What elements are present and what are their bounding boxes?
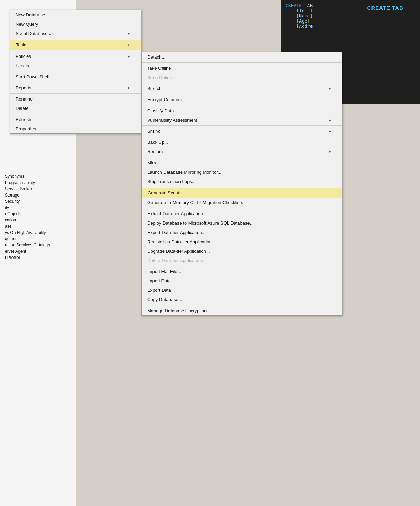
menu-item-take-offline[interactable]: Take Offline <box>142 63 342 73</box>
sidebar-item-ase[interactable]: ase <box>0 223 76 229</box>
menu-item-facets[interactable]: Facets <box>10 61 141 70</box>
sidebar-item-objects[interactable]: r Objects <box>0 211 76 217</box>
submenu-arrow-tasks: ► <box>127 43 130 47</box>
tasks-sep-2 <box>142 83 342 83</box>
menu-item-stretch[interactable]: Stretch ► <box>142 84 342 93</box>
menu-item-tasks[interactable]: Tasks ► <box>10 40 141 50</box>
menu-item-backup[interactable]: Back Up... <box>142 138 342 147</box>
menu-item-deploy-azure[interactable]: Deploy Database to Microsoft Azure SQL D… <box>142 218 342 228</box>
sidebar-item-programmability[interactable]: Programmability <box>0 180 76 186</box>
menu-item-classify-data[interactable]: Classify Data... <box>142 106 342 115</box>
submenu-arrow-policies: ► <box>127 54 131 58</box>
tasks-sep-3 <box>142 94 342 94</box>
menu-item-refresh[interactable]: Refresh <box>10 115 141 124</box>
menu-item-upgrade-datatier[interactable]: Upgrade Data-tier Application... <box>142 246 342 256</box>
menu-separator-1 <box>10 39 141 39</box>
menu-item-ship-logs[interactable]: Ship Transaction Logs... <box>142 177 342 186</box>
menu-item-mirroring-monitor[interactable]: Launch Database Mirroring Monitor... <box>142 167 342 177</box>
sidebar-item-profiler[interactable]: t Profiler <box>0 254 76 261</box>
tasks-sep-4 <box>142 105 342 105</box>
submenu-arrow: ► <box>127 32 131 35</box>
menu-item-rename[interactable]: Rename <box>10 94 141 104</box>
menu-item-export-datatier[interactable]: Export Data-tier Application... <box>142 228 342 237</box>
context-menu-tasks: Detach... Take Offline Bring Online Stre… <box>141 52 342 316</box>
menu-item-properties[interactable]: Properties <box>10 124 141 133</box>
menu-separator-5 <box>10 93 141 94</box>
menu-item-mirror[interactable]: Mirror... <box>142 158 342 167</box>
menu-item-shrink[interactable]: Shrink ► <box>142 127 342 136</box>
menu-separator-3 <box>10 71 141 71</box>
submenu-arrow-stretch: ► <box>328 87 332 90</box>
sidebar-item-synonyms[interactable]: Synonyms <box>0 173 76 180</box>
sidebar-item-cation[interactable]: cation <box>0 217 76 223</box>
menu-item-register-datatier[interactable]: Register as Data-tier Application... <box>142 237 342 246</box>
sidebar-item-ity[interactable]: ity <box>0 204 76 211</box>
submenu-arrow-restore: ► <box>328 150 332 154</box>
menu-item-generate-scripts[interactable]: Generate Scripts... <box>142 188 342 198</box>
sidebar-item-agent[interactable]: erver Agent <box>0 248 76 254</box>
menu-item-encrypt-columns[interactable]: Encrypt Columns... <box>142 95 342 104</box>
menu-item-bring-online[interactable]: Bring Online <box>142 73 342 82</box>
menu-separator-6 <box>10 114 141 114</box>
menu-item-import-flat[interactable]: Import Flat File... <box>142 267 342 276</box>
menu-separator-4 <box>10 82 141 82</box>
context-menu-primary: New Database... New Query Script Databas… <box>10 10 141 134</box>
sidebar-item-service-broker[interactable]: Service Broker <box>0 186 76 192</box>
submenu-arrow-shrink: ► <box>328 129 332 133</box>
submenu-arrow-reports: ► <box>127 86 131 90</box>
menu-item-import-data[interactable]: Import Data... <box>142 276 342 286</box>
sidebar-item-availability[interactable]: ys On High Availability <box>0 229 76 236</box>
menu-item-policies[interactable]: Policies ► <box>10 52 141 61</box>
menu-item-vulnerability-assessment[interactable]: Vulnerability Assessment ► <box>142 115 342 125</box>
menu-item-script-database[interactable]: Script Database as ► <box>10 29 141 38</box>
menu-item-manage-encryption[interactable]: Manage Database Encryption... <box>142 306 342 315</box>
menu-item-new-database[interactable]: New Database... <box>10 10 141 19</box>
menu-item-detach[interactable]: Detach... <box>142 52 342 62</box>
menu-item-delete-datatier[interactable]: Delete Data-tier Application... <box>142 256 342 265</box>
menu-item-export-data[interactable]: Export Data... <box>142 286 342 295</box>
submenu-arrow-vuln: ► <box>328 118 332 122</box>
tasks-sep-7 <box>142 157 342 157</box>
tasks-sep-5 <box>142 125 342 126</box>
tasks-sep-1 <box>142 62 342 63</box>
sidebar-item-storage[interactable]: Storage <box>0 192 76 198</box>
tasks-sep-9 <box>142 208 342 208</box>
tasks-sep-11 <box>142 305 342 305</box>
sidebar-item-integration[interactable]: ration Services Catalogs <box>0 242 76 248</box>
create-label: CREATE TAB <box>367 5 403 11</box>
tasks-sep-8 <box>142 187 342 187</box>
menu-item-copy-database[interactable]: Copy Database... <box>142 295 342 304</box>
sidebar-item-security[interactable]: Security <box>0 198 76 204</box>
menu-item-oltp-migration[interactable]: Generate In-Memory OLTP Migration Checkl… <box>142 198 342 207</box>
menu-item-reports[interactable]: Reports ► <box>10 83 141 93</box>
tasks-sep-10 <box>142 266 342 266</box>
tasks-sep-6 <box>142 137 342 137</box>
menu-separator-2 <box>10 51 141 51</box>
menu-item-extract-datatier[interactable]: Extract Data-tier Application... <box>142 209 342 218</box>
menu-item-powershell[interactable]: Start PowerShell <box>10 72 141 81</box>
menu-item-new-query[interactable]: New Query <box>10 19 141 29</box>
menu-item-delete[interactable]: Delete <box>10 104 141 113</box>
sidebar-item-gement[interactable]: gement <box>0 236 76 242</box>
menu-item-restore[interactable]: Restore ► <box>142 147 342 156</box>
